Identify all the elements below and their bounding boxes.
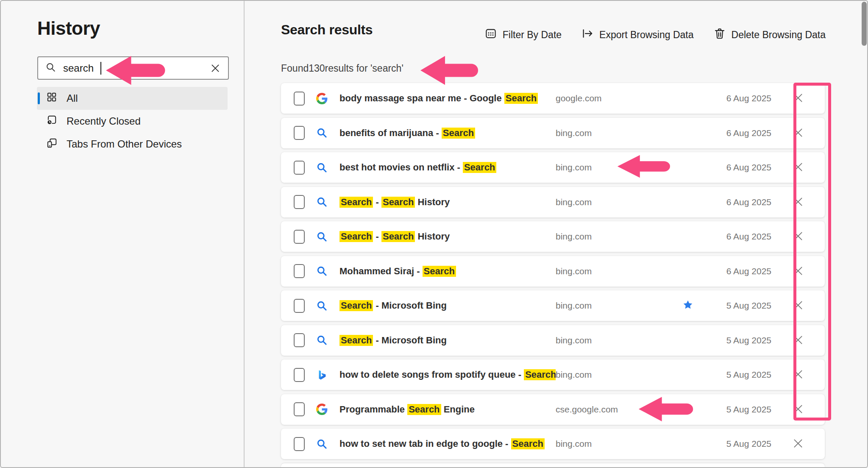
row-domain: bing.com xyxy=(556,335,682,345)
delete-row-button[interactable] xyxy=(791,333,805,348)
export-browsing-data-button[interactable]: Export Browsing Data xyxy=(581,27,693,42)
magnifier-favicon xyxy=(316,438,328,450)
row-checkbox[interactable] xyxy=(294,195,305,209)
magnifier-favicon xyxy=(316,127,328,139)
row-title: Search - Microsoft Bing xyxy=(339,335,556,346)
row-domain: bing.com xyxy=(556,266,682,276)
delete-row-button[interactable] xyxy=(791,160,805,175)
history-row[interactable]: Mohammed Siraj - Search bing.com 6 Aug 2… xyxy=(281,256,825,287)
delete-row-button[interactable] xyxy=(791,264,805,279)
row-date: 6 Aug 2025 xyxy=(708,231,771,242)
row-checkbox[interactable] xyxy=(294,368,305,382)
magnifier-favicon xyxy=(316,162,328,173)
edge-history-page: History search All R xyxy=(0,0,868,468)
row-date: 6 Aug 2025 xyxy=(708,93,771,103)
history-sidebar: History search All R xyxy=(0,0,245,468)
history-row[interactable]: how to delete songs from spotify queue -… xyxy=(281,359,825,390)
toolbar-button-label: Delete Browsing Data xyxy=(732,29,826,41)
row-checkbox[interactable] xyxy=(294,161,305,175)
history-row[interactable]: how to set new tab in edge to google - S… xyxy=(281,429,825,459)
export-icon xyxy=(581,27,594,42)
selected-indicator xyxy=(38,92,40,104)
text-cursor xyxy=(100,62,101,75)
row-checkbox[interactable] xyxy=(294,333,305,347)
row-domain: bing.com xyxy=(556,301,682,311)
trash-icon xyxy=(713,27,726,42)
sidebar-item-recently-closed[interactable]: Recently Closed xyxy=(37,110,228,133)
row-title: Search - Search History xyxy=(339,231,556,242)
history-search-input[interactable]: search xyxy=(37,56,229,80)
row-checkbox[interactable] xyxy=(294,92,305,106)
row-checkbox[interactable] xyxy=(294,299,305,313)
vertical-scrollbar[interactable] xyxy=(862,2,867,46)
sidebar-item-label: All xyxy=(67,92,78,104)
row-domain: bing.com xyxy=(556,370,682,380)
favorite-star-icon xyxy=(682,299,693,312)
row-date: 5 Aug 2025 xyxy=(708,301,771,311)
row-date: 5 Aug 2025 xyxy=(708,439,771,449)
magnifier-favicon xyxy=(316,265,328,277)
sidebar-item-tabs-from-other-devices[interactable]: Tabs From Other Devices xyxy=(37,133,228,156)
row-checkbox[interactable] xyxy=(294,230,305,244)
history-list: body massage spa near me - Google Search… xyxy=(281,83,825,468)
row-title: Search - Microsoft Bing xyxy=(339,300,556,311)
history-row[interactable]: Search - Search History bing.com 6 Aug 2… xyxy=(281,221,825,252)
history-row[interactable]: Search - Search History bing.com 6 Aug 2… xyxy=(281,187,825,217)
row-title: how to set new tab in edge to google - S… xyxy=(339,438,556,449)
history-row[interactable]: Programmable Search Engine cse.google.co… xyxy=(281,394,825,425)
delete-row-button[interactable] xyxy=(791,91,805,106)
row-checkbox[interactable] xyxy=(294,126,305,140)
row-date: 6 Aug 2025 xyxy=(708,128,771,138)
row-title: body massage spa near me - Google Search xyxy=(339,93,556,104)
history-row[interactable]: body massage spa near me - Google Search… xyxy=(281,83,825,114)
row-domain: bing.com xyxy=(556,197,682,207)
calendar-icon xyxy=(484,27,497,42)
row-domain: bing.com xyxy=(556,439,682,449)
row-checkbox[interactable] xyxy=(294,437,305,451)
row-date: 6 Aug 2025 xyxy=(708,162,771,173)
row-title: best hot movies on netflix - Search xyxy=(339,162,556,173)
magnifier-favicon xyxy=(316,196,328,208)
row-date: 5 Aug 2025 xyxy=(708,370,771,380)
history-row[interactable]: Search - Microsoft Bing bing.com 5 Aug 2… xyxy=(281,290,825,321)
row-title: how to delete songs from spotify queue -… xyxy=(339,369,556,380)
history-nav: All Recently Closed Tabs From Other Devi… xyxy=(37,87,228,156)
history-row[interactable]: benefits of marijuana - Search bing.com … xyxy=(281,118,825,148)
row-domain: bing.com xyxy=(556,128,682,138)
page-title: History xyxy=(37,18,100,39)
delete-row-button[interactable] xyxy=(791,368,805,382)
row-date: 5 Aug 2025 xyxy=(708,404,771,415)
delete-row-button[interactable] xyxy=(791,437,805,451)
row-title: Programmable Search Engine xyxy=(339,404,556,415)
history-row[interactable]: best hot movies on netflix - Search bing… xyxy=(281,152,825,183)
sidebar-item-all[interactable]: All xyxy=(37,87,228,110)
row-domain: bing.com xyxy=(556,162,682,173)
toolbar-button-label: Filter By Date xyxy=(503,29,562,41)
row-domain: google.com xyxy=(556,93,682,103)
row-domain: cse.google.com xyxy=(556,404,682,415)
row-title: Mohammed Siraj - Search xyxy=(339,266,556,277)
row-title: Search - Search History xyxy=(339,197,556,208)
sidebar-item-label: Tabs From Other Devices xyxy=(67,138,182,150)
grid-icon xyxy=(46,92,57,105)
row-checkbox[interactable] xyxy=(294,264,305,278)
search-icon xyxy=(45,61,56,75)
magnifier-favicon xyxy=(316,300,328,312)
delete-browsing-data-button[interactable]: Delete Browsing Data xyxy=(713,27,826,42)
history-toolbar: Filter By Date Export Browsing Data Dele… xyxy=(484,27,826,42)
delete-row-button[interactable] xyxy=(791,402,805,417)
search-query-text: search xyxy=(63,62,94,74)
history-main: Search results Filter By Date Export Bro… xyxy=(245,0,868,468)
row-title: benefits of marijuana - Search xyxy=(339,128,556,139)
row-checkbox[interactable] xyxy=(294,402,305,416)
recently-closed-icon xyxy=(46,114,57,128)
delete-row-button[interactable] xyxy=(791,126,805,140)
delete-row-button[interactable] xyxy=(791,298,805,313)
filter-by-date-button[interactable]: Filter By Date xyxy=(484,27,562,42)
clear-search-icon[interactable] xyxy=(209,62,221,74)
history-row-partial xyxy=(281,463,825,468)
results-summary: Found130results for 'search' xyxy=(281,63,403,74)
delete-row-button[interactable] xyxy=(791,229,805,244)
delete-row-button[interactable] xyxy=(791,195,805,209)
history-row[interactable]: Search - Microsoft Bing bing.com 5 Aug 2… xyxy=(281,325,825,356)
